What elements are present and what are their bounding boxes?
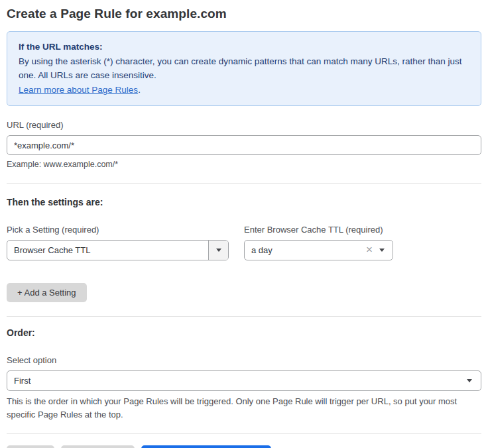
divider [7, 183, 481, 184]
setting-picker-select[interactable]: Browser Cache TTL [7, 240, 229, 260]
setting-picker-label: Pick a Setting (required) [7, 225, 229, 235]
save-as-draft-button[interactable]: Save as Draft [61, 445, 135, 448]
order-select-label: Select option [7, 355, 481, 365]
ttl-picker-select[interactable]: a day × [244, 240, 393, 260]
settings-section-heading: Then the settings are: [7, 197, 481, 207]
ttl-picker-column: Enter Browser Cache TTL (required) a day… [244, 225, 393, 260]
ttl-picker-label: Enter Browser Cache TTL (required) [244, 225, 393, 235]
chevron-down-icon[interactable] [208, 241, 228, 260]
order-section-heading: Order: [7, 327, 481, 338]
url-example-helper: Example: www.example.com/* [7, 160, 481, 169]
add-setting-button[interactable]: + Add a Setting [7, 283, 87, 302]
footer-actions: Cancel Save as Draft Save and Deploy Pag… [7, 445, 481, 448]
page-title: Create a Page Rule for example.com [7, 7, 481, 21]
order-helper-text: This is the order in which your Page Rul… [7, 395, 481, 421]
settings-row: Pick a Setting (required) Browser Cache … [7, 225, 481, 260]
chevron-down-icon[interactable] [379, 249, 385, 252]
url-match-info-box: If the URL matches: By using the asteris… [7, 31, 481, 106]
setting-picker-column: Pick a Setting (required) Browser Cache … [7, 225, 229, 260]
url-input[interactable] [7, 135, 481, 155]
setting-picker-value: Browser Cache TTL [7, 245, 208, 255]
url-field-label: URL (required) [7, 120, 481, 130]
clear-icon[interactable]: × [366, 244, 379, 256]
chevron-down-icon[interactable] [467, 379, 472, 382]
save-and-deploy-button[interactable]: Save and Deploy Page Rule [141, 445, 271, 448]
cancel-button[interactable]: Cancel [7, 445, 54, 448]
ttl-picker-value: a day [245, 245, 366, 255]
divider [7, 433, 481, 434]
order-select[interactable]: First [7, 370, 481, 391]
info-box-body: By using the asterisk (*) character, you… [19, 54, 469, 82]
divider [7, 316, 481, 317]
link-suffix: . [138, 85, 141, 95]
learn-more-link[interactable]: Learn more about Page Rules [19, 85, 138, 95]
order-select-value: First [7, 376, 481, 386]
info-box-heading: If the URL matches: [19, 40, 469, 54]
